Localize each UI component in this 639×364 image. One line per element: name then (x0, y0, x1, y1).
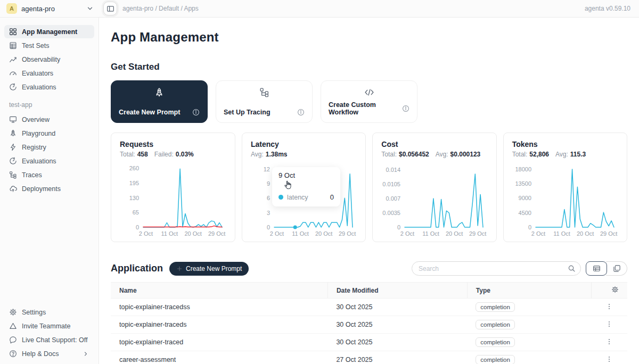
sidebar-item-label: Playground (22, 130, 55, 137)
svg-text:4500: 4500 (518, 210, 531, 216)
gear-icon[interactable] (611, 286, 619, 293)
sidebar-item-label: Test Sets (22, 42, 49, 49)
sidebar: App Management Test Sets Observability E… (0, 18, 99, 364)
panel-toggle-icon (106, 5, 114, 13)
svg-text:29 Oct: 29 Oct (339, 230, 356, 237)
workspace-selector[interactable]: A agenta-pro (0, 3, 99, 14)
series-dot (278, 195, 283, 200)
table-row[interactable]: topic-explainer-traced 30 Oct 2025 compl… (111, 334, 627, 351)
view-toggle (586, 261, 627, 276)
row-menu-button[interactable] (591, 299, 627, 316)
svg-text:0.014: 0.014 (386, 167, 401, 173)
row-menu-button[interactable] (591, 334, 627, 351)
sidebar-item-invite-teammate[interactable]: Invite Teammate (4, 319, 94, 333)
svg-text:0: 0 (267, 224, 270, 230)
svg-text:0.0105: 0.0105 (383, 181, 401, 187)
search-input[interactable] (412, 261, 581, 276)
table-row[interactable]: topic-explainer-traceds 30 Oct 2025 comp… (111, 316, 627, 334)
svg-text:3: 3 (267, 210, 270, 216)
sidebar-item-deployments[interactable]: Deployments (4, 182, 94, 195)
svg-text:6: 6 (267, 195, 270, 201)
sidebar-item-label: Deployments (22, 185, 61, 193)
chat-icon (9, 336, 17, 344)
column-header-name[interactable]: Name (111, 283, 327, 299)
sidebar-item-evaluations[interactable]: Evaluations (4, 80, 94, 94)
svg-text:2 Oct: 2 Oct (139, 230, 153, 237)
svg-text:18000: 18000 (515, 166, 531, 172)
stat-value: 115.3 (570, 151, 586, 158)
tree-icon (9, 171, 17, 179)
latency-chart-card: Latency Avg:1.38ms 0369122 Oct11 Oct20 O… (242, 133, 366, 242)
svg-text:11 Oct: 11 Oct (292, 230, 309, 237)
info-icon[interactable] (297, 109, 305, 116)
stat-label: Avg: (251, 151, 264, 158)
chart-tooltip: 9 Oct latency 0 (272, 167, 340, 206)
set-up-tracing-card[interactable]: Set Up Tracing (216, 80, 313, 123)
gauge-icon (9, 69, 17, 77)
sidebar-item-label: Evaluations (22, 158, 56, 165)
info-icon[interactable] (192, 109, 200, 116)
sidebar-item-live-chat-support[interactable]: Live Chat Support: Off (4, 333, 94, 346)
sidebar-item-evaluators[interactable]: Evaluators (4, 67, 94, 80)
sidebar-item-help-docs[interactable]: Help & Docs (4, 347, 94, 360)
sidebar-item-label: Registry (22, 144, 46, 151)
sidebar-item-test-sets[interactable]: Test Sets (4, 39, 94, 52)
sidebar-item-registry[interactable]: Registry (4, 140, 94, 154)
tree-icon (224, 87, 305, 97)
application-section-header: Application Create New Prompt (111, 261, 627, 276)
button-label: Create New Prompt (186, 265, 242, 272)
breadcrumb[interactable]: agenta-pro / Default / Apps (122, 5, 199, 12)
svg-text:29 Oct: 29 Oct (600, 230, 617, 237)
sidebar-toggle-button[interactable] (103, 2, 117, 15)
sidebar-item-label: Observability (22, 56, 60, 63)
svg-text:11 Oct: 11 Oct (161, 230, 178, 237)
requests-line-chart[interactable]: 0651301952602 Oct11 Oct20 Oct29 Oct (120, 162, 226, 238)
sidebar-item-observability[interactable]: Observability (4, 53, 94, 66)
table-row[interactable]: career-assessment 27 Oct 2025 completion (111, 351, 627, 364)
chevron-right-icon (81, 351, 90, 357)
lightning-icon (9, 143, 17, 151)
gear-icon (9, 308, 17, 316)
column-header-type[interactable]: Type (467, 283, 591, 299)
search-icon[interactable] (568, 264, 576, 272)
tooltip-series-name: latency (287, 194, 308, 201)
svg-text:0: 0 (397, 224, 400, 230)
app-version: agenta v0.59.10 (585, 5, 639, 12)
create-custom-workflow-card[interactable]: Create Custom Workflow (321, 80, 417, 123)
stat-value: 52,806 (529, 151, 549, 158)
table-row[interactable]: topic-explainer-tracedss 30 Oct 2025 com… (111, 299, 627, 316)
sidebar-item-evaluations-app[interactable]: Evaluations (4, 154, 94, 168)
grid-icon (9, 28, 17, 36)
column-header-date-modified[interactable]: Date Modified (327, 283, 467, 299)
cost-line-chart[interactable]: 00.00350.0070.01050.0142 Oct11 Oct20 Oct… (381, 162, 487, 238)
sidebar-item-app-management[interactable]: App Management (4, 25, 94, 38)
svg-text:12: 12 (264, 166, 270, 172)
app-name[interactable]: topic-explainer-tracedss (111, 299, 327, 316)
app-name[interactable]: topic-explainer-traceds (111, 316, 327, 334)
create-new-prompt-card[interactable]: Create New Prompt (111, 80, 208, 123)
svg-text:9000: 9000 (518, 195, 531, 201)
sidebar-item-settings[interactable]: Settings (4, 305, 94, 319)
stat-label: Avg: (436, 151, 448, 158)
sidebar-item-label: Overview (22, 116, 50, 123)
table-view-button[interactable] (586, 261, 607, 276)
row-menu-button[interactable] (591, 351, 627, 364)
table-header-row: Name Date Modified Type (111, 283, 627, 299)
card-view-button[interactable] (606, 261, 627, 276)
app-name[interactable]: topic-explainer-traced (111, 334, 327, 351)
svg-text:0.007: 0.007 (386, 195, 401, 202)
sidebar-item-label: Evaluators (22, 70, 53, 77)
sidebar-item-traces[interactable]: Traces (4, 168, 94, 181)
create-new-prompt-button[interactable]: Create New Prompt (169, 262, 249, 276)
stat-label: Failed: (154, 151, 174, 158)
info-icon[interactable] (402, 105, 409, 112)
workspace-name: agenta-pro (21, 5, 82, 13)
sidebar-item-label: Evaluations (22, 84, 56, 91)
row-menu-button[interactable] (591, 316, 627, 334)
tokens-line-chart[interactable]: 04500900013500180002 Oct11 Oct20 Oct29 O… (512, 162, 618, 238)
sidebar-item-overview[interactable]: Overview (4, 113, 94, 126)
sidebar-item-playground[interactable]: Playground (4, 127, 94, 140)
svg-text:29 Oct: 29 Oct (208, 230, 225, 237)
app-name[interactable]: career-assessment (111, 351, 327, 364)
stat-label: Total: (512, 151, 528, 158)
